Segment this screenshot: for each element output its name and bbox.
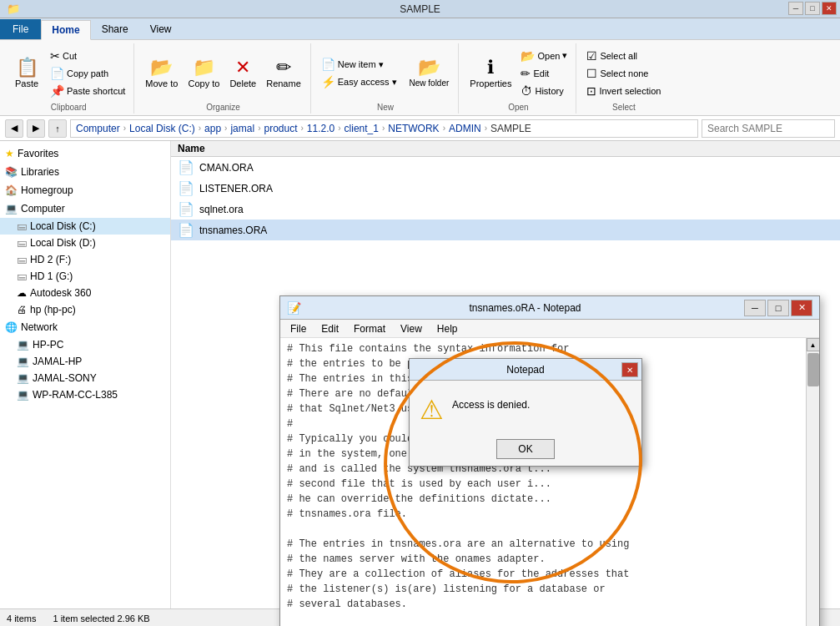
open-icon: 📂 [521, 49, 535, 63]
new-label: New [377, 103, 394, 112]
easy-access-icon: ⚡ [321, 75, 335, 88]
new-folder-button[interactable]: 📂 New folder [405, 56, 454, 90]
organize-group: 📂 Move to 📁 Copy to ✕ Delete ✏ Rename Or… [136, 43, 310, 114]
properties-icon: ℹ [487, 58, 494, 77]
paste-button[interactable]: 📋 Paste [8, 56, 45, 91]
path-admin[interactable]: ADMIN [449, 123, 481, 134]
clipboard-label: Clipboard [51, 103, 87, 112]
edit-icon: ✏ [521, 67, 531, 80]
select-small-buttons: ☑ Select all ☐ Select none ⊡ Invert sele… [583, 48, 664, 99]
address-bar: ◀ ▶ ↑ Computer › Local Disk (C:) › app ›… [0, 116, 840, 141]
search-input[interactable] [702, 119, 835, 138]
window-icon: 📁 [7, 3, 20, 15]
delete-button[interactable]: ✕ Delete [225, 56, 260, 91]
clipboard-small-buttons: ✂ Cut 📄 Copy path 📌 Paste shortcut [47, 48, 128, 99]
open-small-buttons: 📂 Open ▾ ✏ Edit ⏱ History [517, 48, 571, 99]
main-container: ★ Favorites 📚 Libraries 🏠 Homegroup 💻 Co… [0, 141, 840, 608]
rename-button[interactable]: ✏ Rename [262, 56, 305, 91]
delete-icon: ✕ [235, 58, 250, 77]
clipboard-buttons: 📋 Paste ✂ Cut 📄 Copy path 📌 Paste shortc… [8, 43, 128, 103]
dialog-content: ⚠ Access is denied. [410, 381, 641, 432]
new-item-button[interactable]: 📄 New item ▾ [318, 56, 400, 73]
ribbon-content: 📋 Paste ✂ Cut 📄 Copy path 📌 Paste shortc… [0, 40, 840, 115]
paste-shortcut-button[interactable]: 📌 Paste shortcut [47, 83, 128, 99]
forward-button[interactable]: ▶ [27, 119, 45, 138]
new-folder-icon: 📂 [418, 58, 440, 77]
dialog-titlebar: Notepad ✕ [410, 359, 641, 381]
path-version[interactable]: 11.2.0 [307, 123, 334, 134]
dialog-overlay: Notepad ✕ ⚠ Access is denied. OK [0, 141, 840, 608]
path-client[interactable]: client_1 [345, 123, 379, 134]
new-small-buttons: 📄 New item ▾ ⚡ Easy access ▾ [318, 56, 400, 90]
cut-icon: ✂ [50, 49, 60, 63]
path-computer[interactable]: Computer [76, 123, 120, 134]
path-product[interactable]: product [264, 123, 297, 134]
rename-icon: ✏ [276, 58, 291, 77]
clipboard-group: 📋 Paste ✂ Cut 📄 Copy path 📌 Paste shortc… [3, 43, 134, 114]
tab-view[interactable]: View [139, 19, 183, 39]
properties-button[interactable]: ℹ Properties [465, 56, 516, 91]
path-app[interactable]: app [204, 123, 221, 134]
open-buttons: ℹ Properties 📂 Open ▾ ✏ Edit ⏱ H [465, 43, 571, 103]
maximize-btn[interactable]: □ [805, 2, 820, 15]
cut-button[interactable]: ✂ Cut [47, 48, 128, 64]
invert-selection-button[interactable]: ⊡ Invert selection [583, 83, 664, 99]
dialog-message: Access is denied. [452, 394, 631, 411]
dialog-ok-button[interactable]: OK [496, 439, 555, 459]
copy-path-button[interactable]: 📄 Copy path [47, 65, 128, 82]
window-controls: ─ □ ✕ [788, 2, 837, 15]
move-to-button[interactable]: 📂 Move to [141, 56, 182, 91]
new-buttons: 📄 New item ▾ ⚡ Easy access ▾ 📂 New folde… [318, 43, 454, 103]
history-icon: ⏱ [521, 84, 532, 98]
select-none-icon: ☐ [586, 67, 597, 80]
dialog-close-btn[interactable]: ✕ [621, 362, 638, 377]
move-to-icon: 📂 [150, 58, 173, 77]
copy-path-icon: 📄 [50, 67, 64, 80]
easy-access-button[interactable]: ⚡ Easy access ▾ [318, 73, 400, 90]
history-button[interactable]: ⏱ History [517, 83, 571, 99]
path-local-disk[interactable]: Local Disk (C:) [129, 123, 195, 134]
open-label: Open [508, 103, 528, 112]
tab-home[interactable]: Home [41, 20, 90, 40]
address-path[interactable]: Computer › Local Disk (C:) › app › jamal… [70, 119, 698, 138]
item-count: 4 items [7, 613, 36, 623]
select-all-button[interactable]: ☑ Select all [583, 48, 664, 64]
select-all-icon: ☑ [586, 49, 597, 63]
ribbon-tabs: File Home Share View [0, 18, 840, 40]
organize-buttons: 📂 Move to 📁 Copy to ✕ Delete ✏ Rename [141, 43, 304, 103]
up-button[interactable]: ↑ [48, 119, 67, 138]
select-label: Select [612, 103, 636, 112]
minimize-btn[interactable]: ─ [788, 2, 803, 15]
select-none-button[interactable]: ☐ Select none [583, 65, 664, 82]
window-title: SAMPLE [400, 3, 440, 15]
tab-share[interactable]: Share [91, 19, 139, 39]
dialog-buttons: OK [410, 432, 641, 466]
title-bar: 📁 SAMPLE ─ □ ✕ [0, 0, 840, 18]
invert-selection-icon: ⊡ [586, 84, 596, 98]
path-jamal[interactable]: jamal [230, 123, 254, 134]
edit-button[interactable]: ✏ Edit [517, 65, 571, 82]
open-group: ℹ Properties 📂 Open ▾ ✏ Edit ⏱ H [460, 43, 576, 114]
back-button[interactable]: ◀ [5, 119, 23, 138]
access-denied-dialog: Notepad ✕ ⚠ Access is denied. OK [409, 358, 642, 467]
close-btn[interactable]: ✕ [822, 2, 837, 15]
open-button[interactable]: 📂 Open ▾ [517, 48, 571, 64]
organize-label: Organize [206, 103, 240, 112]
new-item-icon: 📄 [321, 58, 335, 71]
path-network[interactable]: NETWORK [388, 123, 439, 134]
paste-icon: 📋 [16, 58, 38, 77]
copy-to-button[interactable]: 📁 Copy to [184, 56, 224, 91]
tab-file[interactable]: File [0, 19, 41, 39]
path-sample[interactable]: SAMPLE [490, 123, 531, 134]
ribbon: File Home Share View 📋 Paste ✂ Cut 📄 [0, 18, 840, 116]
warning-icon: ⚠ [420, 394, 444, 426]
paste-shortcut-icon: 📌 [50, 84, 64, 98]
copy-to-icon: 📁 [193, 58, 215, 77]
select-buttons: ☑ Select all ☐ Select none ⊡ Invert sele… [583, 43, 664, 103]
selected-info: 1 item selected 2.96 KB [53, 613, 149, 623]
dialog-title: Notepad [416, 364, 635, 376]
new-group: 📄 New item ▾ ⚡ Easy access ▾ 📂 New folde… [313, 43, 460, 114]
select-group: ☑ Select all ☐ Select none ⊡ Invert sele… [578, 43, 669, 114]
